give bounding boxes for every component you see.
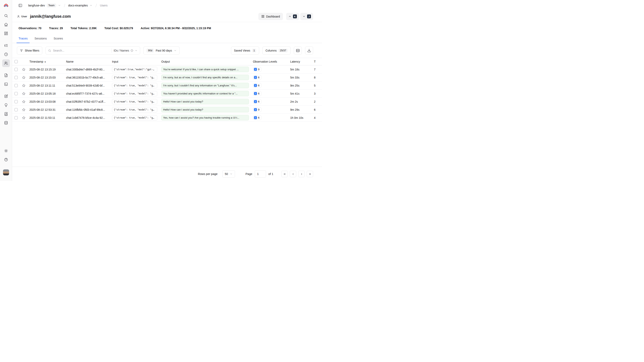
trace-output[interactable]: Hello! How can I assist you today?	[161, 99, 249, 104]
saved-views-button[interactable]: Saved Views 1	[231, 46, 259, 54]
rows-per-page-select[interactable]: 50	[222, 170, 235, 178]
first-page-button[interactable]	[281, 171, 288, 177]
search-input[interactable]	[53, 49, 110, 52]
previous-page-button[interactable]	[290, 171, 296, 177]
trace-latency: 2m 2s	[288, 100, 312, 103]
table-row[interactable]: 2025-08-22 12:53:31 chat:116fbfdc-0fd3-4…	[12, 106, 322, 114]
trace-input[interactable]: {"stream": true, "model": "gpt-...	[112, 115, 157, 120]
row-checkbox[interactable]	[14, 92, 18, 95]
row-checkbox[interactable]	[14, 108, 18, 111]
trace-name[interactable]: chat:513e84e9-9039-42d0-bf...	[64, 84, 110, 87]
next-user-button[interactable]: J	[300, 13, 313, 20]
breadcrumb-project[interactable]: docs-examples	[68, 4, 88, 7]
trace-input[interactable]: {"stream": true, "model": "gpt-...	[112, 75, 157, 80]
dashboard-button[interactable]: Dashboard	[258, 13, 283, 20]
trace-output[interactable]: You’re welcome! If you’d like, I can sha…	[161, 67, 249, 72]
sidebar-item-prompts[interactable]	[2, 72, 10, 79]
breadcrumb-org[interactable]: langfuse-dev	[28, 4, 45, 7]
chevron-down-icon[interactable]	[90, 4, 92, 7]
trace-name[interactable]: chat:ec685f77-7374-427c-a6...	[64, 92, 110, 95]
sidebar-item-playground[interactable]	[2, 80, 10, 88]
row-checkbox[interactable]	[14, 76, 18, 79]
column-header-name[interactable]: Name	[64, 60, 110, 63]
tab-sessions[interactable]: Sessions	[32, 35, 49, 43]
sidebar-item-dashboards[interactable]	[2, 30, 10, 37]
sidebar-item-home[interactable]	[2, 21, 10, 28]
favorite-star-icon[interactable]	[22, 100, 26, 104]
page-number-input[interactable]	[255, 170, 266, 178]
sidebar-item-sessions[interactable]	[2, 50, 10, 58]
sidebar-item-search[interactable]	[2, 12, 10, 20]
favorite-star-icon[interactable]	[22, 116, 26, 120]
export-button[interactable]	[305, 46, 313, 54]
trace-timestamp[interactable]: 2025-08-22 13:03:08	[28, 100, 64, 103]
trace-input[interactable]: {"stream": true, "model": "gpt-...	[112, 99, 157, 104]
tab-scores[interactable]: Scores	[51, 35, 66, 43]
table-row[interactable]: 2025-08-22 13:11:11 chat:513e84e9-9039-4…	[12, 82, 322, 90]
row-checkbox[interactable]	[14, 100, 18, 103]
row-checkbox[interactable]	[14, 116, 18, 120]
trace-input[interactable]: {"stream": true, "model": "gpt-...	[112, 83, 157, 88]
trace-output[interactable]: I’m sorry, but I couldn’t find any infor…	[161, 83, 249, 88]
sidebar-item-evaluation[interactable]	[2, 92, 10, 100]
search-scope-dropdown[interactable]: IDs / Names	[114, 49, 138, 52]
column-header-observation-levels[interactable]: Observation Levels	[251, 60, 288, 63]
sidebar-item-users[interactable]	[2, 60, 10, 67]
next-page-button[interactable]	[298, 171, 305, 177]
row-height-button[interactable]	[294, 46, 302, 54]
date-range-dropdown[interactable]: 90d Past 90 days	[144, 46, 180, 54]
sidebar-toggle-button[interactable]	[17, 2, 24, 9]
trace-input[interactable]: {"stream": true, "model": "gpt-...	[112, 107, 157, 112]
row-checkbox[interactable]	[14, 84, 18, 87]
sidebar-item-datasets[interactable]	[2, 119, 10, 127]
trace-timestamp[interactable]: 2025-08-22 13:11:11	[28, 84, 64, 87]
table-row[interactable]: 2025-08-22 13:15:03 chat:3611931b-bc77-4…	[12, 74, 322, 82]
breadcrumb-page[interactable]: Users	[100, 4, 108, 7]
trace-name[interactable]: chat:02f63f47-87b2-4377-a1ff...	[64, 100, 110, 103]
last-page-button[interactable]	[307, 171, 313, 177]
column-header-input[interactable]: Input	[110, 60, 159, 63]
favorite-star-icon[interactable]	[22, 84, 26, 88]
trace-timestamp[interactable]: 2025-08-22 13:15:19	[28, 68, 64, 71]
table-row[interactable]: 2025-08-22 13:05:18 chat:ec685f77-7374-4…	[12, 90, 322, 98]
table-row[interactable]: 2025-08-22 13:15:19 chat:330bd4e7-d869-4…	[12, 66, 322, 74]
tab-traces[interactable]: Traces	[16, 35, 30, 43]
sidebar-item-settings[interactable]	[2, 147, 10, 155]
user-avatar[interactable]	[3, 169, 9, 175]
langfuse-logo-icon[interactable]	[2, 2, 10, 9]
trace-output[interactable]: I’m sorry, but as of now, I couldn’t fin…	[161, 75, 249, 80]
trace-name[interactable]: chat:116fbfdc-0fd3-41af-99c8...	[64, 108, 110, 111]
trace-output[interactable]: Hello! How can I assist you today?	[161, 107, 249, 112]
columns-button[interactable]: Columns 25/37	[262, 46, 290, 54]
table-row[interactable]: 2025-08-22 11:53:11 chat:1cb67476-b5ce-4…	[12, 114, 322, 122]
trace-timestamp[interactable]: 2025-08-22 11:53:11	[28, 116, 64, 120]
previous-user-button[interactable]: K	[286, 13, 299, 20]
favorite-star-icon[interactable]	[22, 92, 26, 96]
trace-name[interactable]: chat:3611931b-bc77-49c5-a8...	[64, 76, 110, 79]
trace-output[interactable]: You haven’t provided any specific inform…	[161, 91, 249, 96]
sidebar-item-tracing[interactable]	[2, 42, 10, 49]
sidebar-item-annotation-queues[interactable]	[2, 110, 10, 118]
table-row[interactable]: 2025-08-22 13:03:08 chat:02f63f47-87b2-4…	[12, 98, 322, 106]
column-header-timestamp[interactable]: Timestamp▼	[28, 60, 64, 63]
trace-timestamp[interactable]: 2025-08-22 13:15:03	[28, 76, 64, 79]
trace-timestamp[interactable]: 2025-08-22 12:53:31	[28, 108, 64, 111]
favorite-star-icon[interactable]	[22, 76, 26, 79]
trace-timestamp[interactable]: 2025-08-22 13:05:18	[28, 92, 64, 95]
chevron-down-icon[interactable]	[58, 4, 61, 7]
trace-input[interactable]: {"stream":true,"model":"gpt-5",...	[112, 67, 157, 72]
sidebar-item-help[interactable]	[2, 156, 10, 164]
trace-output[interactable]: Yes, how can I assist you? Are you havin…	[161, 115, 249, 120]
column-header-latency[interactable]: Latency	[288, 60, 312, 63]
row-checkbox[interactable]	[14, 68, 18, 71]
trace-name[interactable]: chat:330bd4e7-d869-4b2f-80...	[64, 68, 110, 71]
trace-name[interactable]: chat:1cb67476-b5ce-4c4a-92...	[64, 116, 110, 120]
favorite-star-icon[interactable]	[22, 68, 26, 71]
sidebar-item-suggestions[interactable]	[2, 101, 10, 109]
select-all-checkbox[interactable]	[14, 60, 18, 63]
column-header-truncated[interactable]: T	[312, 60, 322, 63]
trace-input[interactable]: {"stream": true, "model": "gpt-...	[112, 91, 157, 96]
show-filters-button[interactable]: Show filters	[17, 46, 42, 54]
column-header-output[interactable]: Output	[159, 60, 251, 63]
favorite-star-icon[interactable]	[22, 108, 26, 112]
